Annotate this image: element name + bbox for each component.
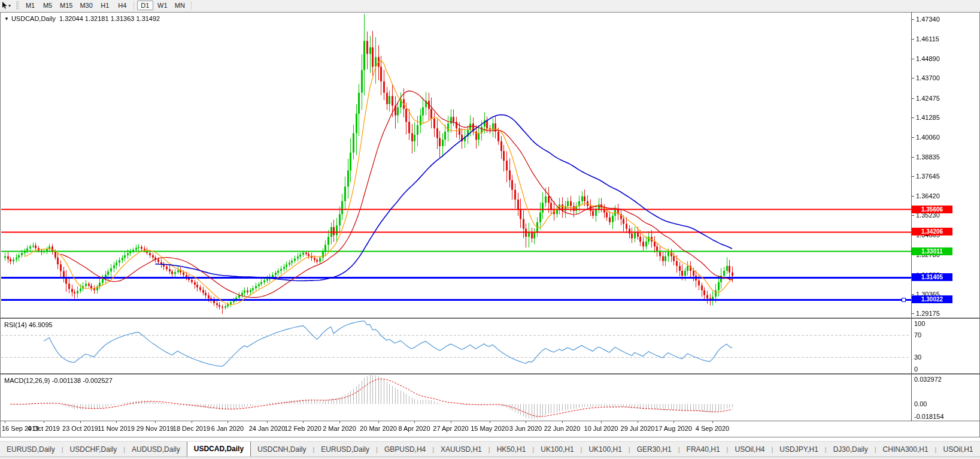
date-label: 3 Jun 2020 <box>509 425 542 432</box>
price-axis-tick: 1.37645 <box>916 173 940 180</box>
date-tick-mark <box>562 421 563 423</box>
price-tick-mark <box>912 196 914 197</box>
rsi-indicator-label: RSI(14) 46.9095 <box>4 321 53 328</box>
macd-axis-tick: 0.032972 <box>914 376 942 383</box>
macd-indicator-label: MACD(12,26,9) -0.001138 -0.002527 <box>4 377 113 384</box>
hline-price-badge: 1.31405 <box>912 273 952 281</box>
date-label: 24 Jan 2020 <box>249 425 286 432</box>
tab-usdcad-daily[interactable]: USDCAD,Daily <box>187 441 251 457</box>
date-tick-mark <box>339 421 340 423</box>
price-axis-tick: 1.29175 <box>916 310 940 317</box>
date-label: 2 Mar 2020 <box>323 425 356 432</box>
date-label: 4 Oct 2019 <box>28 425 60 432</box>
price-axis-tick: 1.47340 <box>916 16 940 23</box>
date-label: 20 Mar 2020 <box>360 425 397 432</box>
date-tick-mark <box>451 421 451 423</box>
date-tick-mark <box>414 421 415 423</box>
macd-axis-tick: -0.018154 <box>914 413 944 420</box>
price-axis-tick: 1.36420 <box>916 192 940 200</box>
date-label: 23 Oct 2019 <box>62 425 98 432</box>
price-tick-mark <box>912 313 914 314</box>
rsi-axis-tick: 100 <box>914 320 925 327</box>
hline-price-badge: 1.35606 <box>912 206 952 213</box>
date-tick-mark <box>601 421 602 423</box>
date-tick-mark <box>378 421 379 423</box>
date-tick-mark <box>712 421 713 423</box>
date-label: 6 Jan 2020 <box>211 425 244 432</box>
date-tick-mark <box>44 421 44 423</box>
date-tick-mark <box>267 421 268 423</box>
price-tick-mark <box>912 78 914 78</box>
price-tick-mark <box>912 137 914 138</box>
price-tick-mark <box>912 215 914 216</box>
date-tick-mark <box>490 421 490 423</box>
chart-symbol-label: USDCAD,Daily <box>11 15 56 22</box>
pane-separator-rsi-macd[interactable] <box>0 373 980 375</box>
date-label: 17 Aug 2020 <box>655 425 692 432</box>
date-tick-mark <box>192 421 192 423</box>
price-axis-line <box>911 12 912 421</box>
pane-separator-price-rsi[interactable] <box>0 318 980 319</box>
date-label: 29 Nov 2019 <box>136 425 174 432</box>
date-label: 29 Jul 2020 <box>621 425 655 432</box>
date-label: 4 Sep 2020 <box>696 425 729 432</box>
price-tick-mark <box>912 176 914 177</box>
price-axis-tick: 1.42475 <box>916 95 940 102</box>
price-tick-mark <box>912 59 914 59</box>
date-tick-mark <box>227 421 228 423</box>
price-tick-mark <box>912 157 914 158</box>
trading-app: ▾ M1M5M15M30H1H4D1W1MN ▼USDCAD,Daily 1.3… <box>0 0 980 459</box>
date-tick-mark <box>303 421 304 423</box>
macd-axis-tick: 0.00 <box>914 400 927 407</box>
price-axis-tick: 1.40060 <box>916 134 940 141</box>
date-label: 18 Dec 2019 <box>173 425 210 432</box>
date-label: 15 May 2020 <box>471 425 509 432</box>
price-axis-tick: 1.38835 <box>916 153 940 161</box>
price-tick-mark <box>912 294 914 295</box>
date-tick-mark <box>673 421 674 423</box>
hline-price-badge: 1.34206 <box>912 228 952 235</box>
chart-dropdown-icon[interactable]: ▼ <box>4 16 9 22</box>
date-label: 11 Nov 2019 <box>98 425 135 432</box>
date-tick-mark <box>116 421 117 423</box>
date-tick-mark <box>5 421 5 423</box>
hline-price-badge: 1.33011 <box>912 247 952 255</box>
price-axis-tick: 1.46115 <box>916 35 939 43</box>
date-tick-mark <box>155 421 156 423</box>
price-tick-mark <box>912 39 914 40</box>
chart-canvas[interactable] <box>0 0 980 459</box>
price-tick-mark <box>912 117 914 118</box>
date-tick-mark <box>80 421 81 423</box>
price-tick-mark <box>912 19 914 20</box>
rsi-axis-tick: 70 <box>914 331 921 339</box>
date-label: 10 Jul 2020 <box>584 425 618 432</box>
date-tick-mark <box>638 421 638 423</box>
date-label: 12 Feb 2020 <box>284 425 321 432</box>
rsi-axis-tick: 30 <box>914 354 921 361</box>
chart-ohlc-values: 1.32044 1.32181 1.31363 1.31492 <box>56 15 160 22</box>
price-tick-mark <box>912 98 914 99</box>
price-axis-tick: 1.43700 <box>916 74 940 81</box>
price-axis-tick: 1.44890 <box>916 55 940 62</box>
chart-title: ▼USDCAD,Daily 1.32044 1.32181 1.31363 1.… <box>4 15 160 22</box>
price-axis-tick: 1.41285 <box>916 114 940 121</box>
date-tick-mark <box>526 421 526 423</box>
date-label: 22 Jun 2020 <box>544 425 581 432</box>
rsi-axis-tick: 0 <box>914 366 918 373</box>
hline-price-badge: 1.30022 <box>912 295 952 303</box>
date-label: 27 Apr 2020 <box>433 425 468 432</box>
date-label: 8 Apr 2020 <box>398 425 430 432</box>
